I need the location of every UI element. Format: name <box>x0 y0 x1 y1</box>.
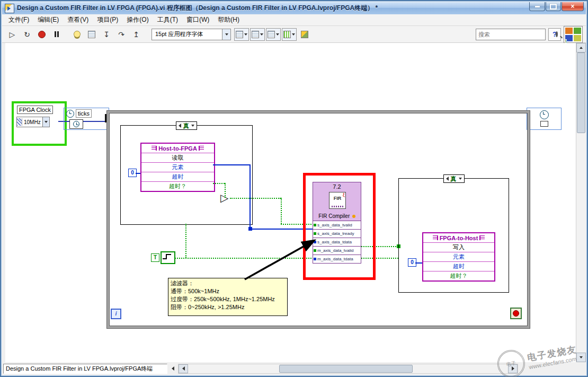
menu-view[interactable]: 查看(V) <box>63 14 93 25</box>
wire-timeout-read <box>136 173 140 174</box>
comment-box[interactable]: 滤波器： 通带：500k~1MHz 过度带：250k~500kHz, 1MHz~… <box>168 278 288 316</box>
true-constant[interactable]: T <box>151 253 159 262</box>
step-signal-icon <box>162 253 173 260</box>
vi-icon <box>5 4 14 13</box>
edge-detect-node[interactable] <box>161 251 175 264</box>
block-diagram-canvas[interactable]: FPGA Clock 10MHz ticks <box>5 43 576 362</box>
loop-timer-label: ticks <box>76 109 92 118</box>
pause-button[interactable] <box>50 28 64 41</box>
retain-wire-values-button[interactable] <box>85 28 99 41</box>
menu-tools[interactable]: 工具(T) <box>153 14 182 25</box>
font-selector[interactable]: 15pt 应用程序字体 <box>152 29 231 40</box>
step-out-button[interactable]: ↥ <box>129 28 143 41</box>
vertical-scroll-thumb[interactable] <box>577 52 585 133</box>
fifo-row-method[interactable]: 读取 <box>141 153 214 162</box>
chevron-down-icon <box>292 33 295 36</box>
fifo-row-timeout[interactable]: 超时 <box>423 261 494 271</box>
menu-edit[interactable]: 编辑(E) <box>33 14 63 25</box>
case-prev-icon[interactable] <box>179 124 181 128</box>
search-icon[interactable] <box>556 31 558 37</box>
fpga-to-host-fifo-node[interactable]: FPGA-to-Host 写入 元素 超时 超时？ <box>422 232 495 282</box>
context-breadcrumb[interactable]: Design a Custom FIR Filter in LV FPGA.lv… <box>3 364 167 374</box>
fifo-row-method[interactable]: 写入 <box>423 242 494 252</box>
comment-line: 过度带：250k~500kHz, 1MHz~1.25MHz <box>171 295 285 303</box>
step-into-button[interactable]: ↧ <box>100 28 113 41</box>
case-dropdown-icon[interactable] <box>191 125 194 127</box>
font-selector-dropdown[interactable] <box>222 29 230 40</box>
chevron-down-icon <box>44 121 48 123</box>
fifo-out-icon <box>479 235 485 240</box>
iteration-terminal[interactable]: i <box>111 309 121 319</box>
menu-bar: 文件(F) 编辑(E) 查看(V) 项目(P) 操作(O) 工具(T) 窗口(W… <box>2 14 586 26</box>
fifo-row-timeout[interactable]: 超时 <box>141 172 214 181</box>
maximize-button[interactable] <box>546 2 561 11</box>
loop-timer-frame-left[interactable]: ticks <box>64 108 109 130</box>
fpga-clock-label[interactable]: FPGA Clock <box>17 106 53 114</box>
host-to-fpga-fifo-node[interactable]: Host-to-FPGA 读取 元素 超时 超时？ <box>140 143 215 192</box>
wire-bool-7 <box>185 224 186 258</box>
maximize-icon <box>550 4 557 10</box>
minimize-button[interactable] <box>529 2 545 11</box>
labview-window: Design a Custom FIR Filter in LV FPGA (F… <box>0 0 588 377</box>
fifo-row-timedout[interactable]: 超时？ <box>423 271 494 280</box>
align-objects-dropdown[interactable] <box>234 28 249 41</box>
wire-bool-1 <box>213 183 225 184</box>
loop-timer-icon[interactable] <box>69 119 83 129</box>
comment-line: 通带：500k~1MHz <box>171 287 285 295</box>
step-over-button[interactable]: ↷ <box>114 28 128 41</box>
project-indicator-icon[interactable] <box>564 26 583 43</box>
chevron-down-icon <box>225 33 228 36</box>
reorder-icon <box>283 31 291 38</box>
pause-icon <box>55 31 59 37</box>
fpga-clock-constant[interactable]: 10MHz <box>16 117 50 127</box>
abort-button[interactable] <box>35 28 49 41</box>
distribute-objects-dropdown[interactable] <box>250 28 265 41</box>
horizontal-scroll-thumb[interactable] <box>279 365 413 373</box>
menu-window[interactable]: 窗口(W) <box>182 14 213 25</box>
menu-file[interactable]: 文件(F) <box>4 14 33 25</box>
xilinx-logo-icon: ξ <box>343 192 345 198</box>
fifo-row-element[interactable]: 元素 <box>141 162 214 172</box>
wire-bool-3 <box>230 198 281 199</box>
title-bar[interactable]: Design a Custom FIR Filter in LV FPGA (F… <box>2 2 586 14</box>
warning-dot-icon <box>352 215 355 218</box>
close-button[interactable]: × <box>562 2 584 11</box>
case-dropdown-icon[interactable] <box>459 178 462 180</box>
lightbulb-icon <box>74 31 81 38</box>
scroll-left-button[interactable] <box>179 364 188 373</box>
breadcrumb-prev-button[interactable] <box>168 364 177 373</box>
loop-stop-terminal[interactable] <box>510 308 522 319</box>
menu-project[interactable]: 项目(P) <box>93 14 122 25</box>
fifo-in-icon <box>433 235 438 240</box>
menu-operate[interactable]: 操作(O) <box>122 14 153 25</box>
case-selector-label[interactable]: 真 <box>443 174 465 183</box>
scroll-up-button[interactable] <box>576 43 586 52</box>
probe-icon <box>88 31 95 38</box>
highlight-execution-button[interactable] <box>70 28 84 41</box>
wire-bool-2 <box>225 183 226 198</box>
case-prev-icon[interactable] <box>446 177 449 181</box>
help-button[interactable]: ? <box>548 28 561 41</box>
menu-help[interactable]: 帮助(H) <box>213 14 244 25</box>
resize-objects-dropdown[interactable] <box>266 28 281 41</box>
window-title: Design a Custom FIR Filter in LV FPGA (F… <box>17 4 527 13</box>
run-button[interactable]: ▷ <box>5 28 19 41</box>
loop-timer-frame-right[interactable] <box>527 108 562 130</box>
fpga-clock-dropdown[interactable] <box>42 117 49 127</box>
fir-icon: FIR ξ <box>329 192 346 209</box>
fifo-row-timedout[interactable]: 超时？ <box>141 181 214 191</box>
fir-terminal-row[interactable]: s_axis_data_tvalid <box>313 221 361 230</box>
abort-icon <box>38 31 46 38</box>
clean-up-diagram-button[interactable] <box>298 28 311 41</box>
reorder-dropdown[interactable] <box>282 28 297 41</box>
case-selector-label[interactable]: 真 <box>176 121 197 130</box>
chevron-down-icon <box>260 33 263 36</box>
search-input[interactable] <box>476 31 556 38</box>
distribute-icon <box>252 31 259 38</box>
fifo-out-icon <box>199 146 204 151</box>
fifo-row-element[interactable]: 元素 <box>423 252 494 261</box>
run-continuous-button[interactable]: ↻ <box>20 28 34 41</box>
toolbar: ▷ ↻ ↧ ↷ ↥ 15pt 应用程序字体 ? <box>2 26 586 43</box>
loop-timer-icon[interactable] <box>540 121 548 127</box>
fifo-in-icon <box>152 146 157 151</box>
